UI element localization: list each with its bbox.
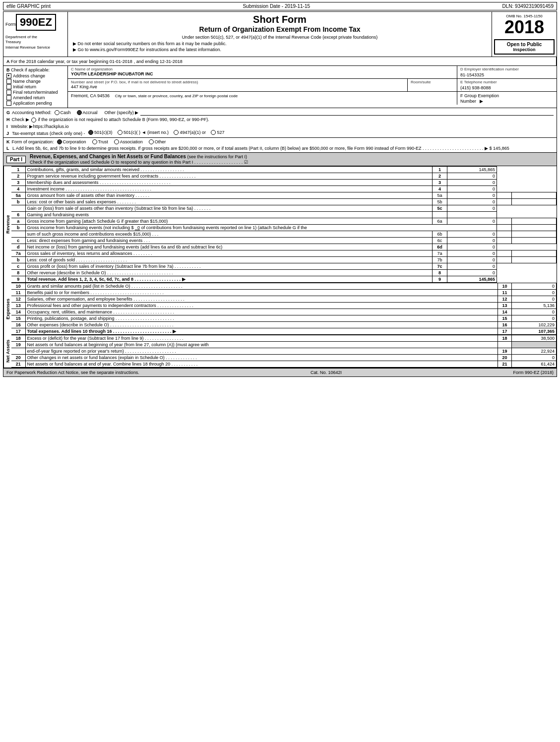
row7a-num: 7a (11, 250, 25, 257)
table-row: 14 Occupancy, rent, utilities, and maint… (11, 309, 557, 315)
table-row: 9 Total revenue. Add lines 1, 2, 3, 4, 5… (11, 276, 557, 283)
k-radio-assoc[interactable] (114, 139, 119, 144)
h-radio[interactable] (31, 118, 36, 123)
table-row: 7a Gross sales of inventory, less return… (11, 250, 557, 257)
row21-line: 21 (498, 361, 512, 368)
address-change-checkbox[interactable] (6, 73, 11, 78)
row7a-midval: 0 (447, 250, 497, 257)
row1-desc: Contributions, gifts, grants, and simila… (25, 167, 433, 173)
table-row: d Net income or (loss) from gaming and f… (11, 244, 557, 250)
row21-num: 21 (11, 361, 25, 368)
row6b2-empty-val (512, 231, 557, 238)
cash-radio[interactable] (55, 110, 60, 115)
j-row: J Tax-exempt status (check only one) - 5… (6, 130, 554, 136)
row6a-midval: 0 (447, 218, 497, 225)
part-i-content: Revenue, Expenses, and Changes in Net As… (30, 154, 248, 165)
accrual-radio[interactable] (77, 110, 82, 115)
i-row: I Website: ▶https://hackplus.io (6, 124, 554, 129)
row16-desc: Other expenses (describe in Schedule O) … (25, 322, 498, 328)
org-name-value: YOUTH LEADERSHIP INCUBATOR INC (71, 71, 454, 76)
name-change-checkbox[interactable] (6, 79, 11, 84)
city-cell: Fremont, CA 94536 City or town, state or… (68, 92, 457, 105)
j-4947-label: 4947(a)(1) or (180, 130, 206, 135)
k-corp: Corporation (57, 139, 86, 144)
row13-line: 13 (498, 303, 512, 309)
public-notice: ▶ Do not enter social security numbers o… (73, 41, 487, 46)
k-radio-other[interactable] (149, 139, 154, 144)
row14-line: 14 (498, 309, 512, 315)
section-a: A For the 2018 calendar year, or tax yea… (3, 57, 557, 65)
row19-val (512, 342, 557, 348)
g-row: G Accounting Method: Cash Accrual Other … (6, 110, 554, 116)
table-row: 19 Net assets or fund balances at beginn… (11, 342, 557, 348)
section-b-label: B Check if applicable: (6, 67, 64, 72)
address-label: Number and street (or P.O. box, if mail … (71, 80, 404, 84)
row5c-val: 0 (447, 205, 497, 212)
row1-val: 145,865 (447, 167, 497, 173)
table-row: end-of-year figure reported on prior yea… (11, 348, 557, 355)
org-info-block: C Name of organization YOUTH LEADERSHIP … (68, 66, 557, 108)
row7c-desc: Gross profit or (loss) from sales of inv… (25, 263, 433, 270)
row7a-midlabel: 7a (433, 250, 447, 257)
row20-desc: Other changes in net assets or fund bala… (25, 355, 498, 361)
row4-val: 0 (447, 186, 497, 192)
table-row: 1 Contributions, gifts, grants, and simi… (11, 167, 557, 173)
part-i-subtitle: Check if the organization used Schedule … (30, 160, 243, 165)
row19b-num (11, 348, 25, 355)
revenue-table: 1 Contributions, gifts, grants, and simi… (11, 166, 557, 283)
k-radio-trust[interactable] (92, 139, 97, 144)
j-radio-527[interactable] (211, 130, 216, 135)
l-text: L Add lines 5b, 6c, and 7b to line 9 to … (12, 146, 509, 151)
final-return-checkbox[interactable] (6, 90, 11, 95)
row16-num: 16 (11, 322, 25, 328)
row5a-midval: 0 (447, 192, 497, 199)
submission-date: Submission Date - 2019-11-15 (243, 3, 310, 9)
k-trust-label: Trust (98, 139, 108, 144)
cash-label: Cash (61, 110, 71, 115)
row7a-empty-line (497, 250, 512, 257)
row6b-num: b (11, 225, 25, 231)
row6c-midlabel: 6c (433, 238, 447, 244)
row12-val: 0 (512, 296, 557, 303)
row1-line: 1 (433, 167, 447, 173)
table-row: 21 Net assets or fund balances at end of… (11, 361, 557, 368)
row11-desc: Benefits paid to or for members . . . . … (25, 290, 498, 296)
k-corp-label: Corporation (63, 139, 86, 144)
city-value: Fremont, CA 94536 (71, 93, 110, 98)
j-501c-label: 501(c)( ) ◄ (insert no.) (124, 130, 169, 135)
j-radio-501c3[interactable] (88, 130, 93, 135)
table-row: 20 Other changes in net assets or fund b… (11, 355, 557, 361)
open-box: Open to Public Inspection (494, 39, 555, 55)
row5a-empty-line (497, 192, 512, 199)
section-b-row: B Check if applicable: Address change Na… (3, 66, 557, 108)
g-text: Accounting Method: (12, 110, 52, 115)
row3-num: 3 (11, 180, 25, 186)
net-assets-content: 18 Excess or (deficit) for the year (Sub… (11, 335, 557, 368)
j-text: Tax-exempt status (check only one) - (12, 131, 85, 136)
row17-num: 17 (11, 328, 25, 335)
table-row: c Gross profit or (loss) from sales of i… (11, 263, 557, 270)
amended-return-checkbox[interactable] (6, 95, 11, 100)
org-row1: C Name of organization YOUTH LEADERSHIP … (68, 66, 557, 79)
row7b-desc: Less: cost of goods sold . . . . . . . .… (25, 257, 433, 263)
i-label: I (6, 124, 8, 129)
application-pending-checkbox[interactable] (6, 101, 11, 106)
k-radio-corp[interactable] (57, 139, 62, 144)
h-radio-label: if the organization is not required to a… (38, 117, 209, 122)
table-row: 17 Total expenses. Add lines 10 through … (11, 328, 557, 335)
section-ab: A For the 2018 calendar year, or tax yea… (3, 57, 557, 66)
org-row3: Fremont, CA 94536 City or town, state or… (68, 92, 557, 105)
j-radio-4947[interactable] (174, 130, 179, 135)
row6b2-num (11, 231, 25, 238)
row14-num: 14 (11, 309, 25, 315)
initial-return-checkbox[interactable] (6, 84, 11, 89)
row20-line: 20 (498, 355, 512, 361)
row15-val: 0 (512, 315, 557, 322)
j-radio-501c[interactable] (118, 130, 123, 135)
other-field[interactable] (140, 110, 554, 116)
row5a-empty-val (512, 192, 557, 199)
table-row: 5a Gross amount from sale of assets othe… (11, 192, 557, 199)
row2-desc: Program service revenue including govern… (25, 173, 433, 180)
go-to: ▶ Go to www.irs.gov/Form990EZ for instru… (73, 47, 487, 52)
city-label: City or town, state or province, country… (115, 94, 238, 98)
